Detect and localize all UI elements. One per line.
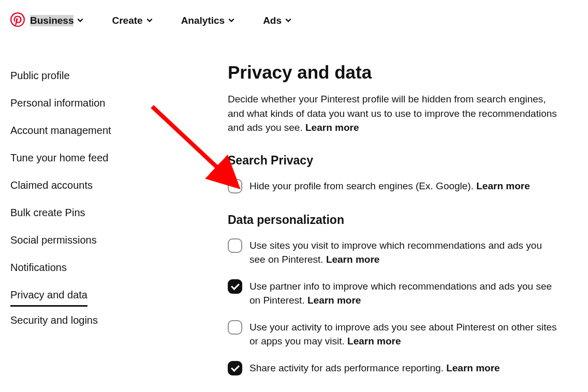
- checkbox-partner-info[interactable]: [228, 279, 242, 294]
- nav-business[interactable]: Business: [30, 15, 84, 26]
- top-nav: Business Create Analytics Ads: [0, 0, 588, 41]
- nav-label: Business: [30, 15, 74, 26]
- option-sites-visited: Use sites you visit to improve which rec…: [228, 238, 559, 267]
- learn-more-link[interactable]: Learn more: [305, 122, 359, 133]
- chevron-down-icon: [146, 15, 153, 26]
- sidebar-item-social-permissions[interactable]: Social permissions: [10, 227, 97, 254]
- option-label: Share activity for ads performance repor…: [249, 363, 446, 373]
- main-area: Public profile Personal information Acco…: [0, 41, 588, 388]
- sidebar-item-privacy-data[interactable]: Privacy and data: [10, 281, 87, 307]
- sidebar-item-public-profile[interactable]: Public profile: [10, 62, 70, 89]
- pinterest-logo-icon[interactable]: [10, 12, 26, 29]
- sidebar-item-notifications[interactable]: Notifications: [10, 254, 67, 281]
- option-hide-profile: Hide your profile from search engines (E…: [228, 179, 559, 193]
- sidebar-item-tune-home-feed[interactable]: Tune your home feed: [10, 144, 108, 172]
- sidebar-item-personal-information[interactable]: Personal information: [10, 89, 105, 117]
- option-share-activity: Share activity for ads performance repor…: [228, 361, 559, 375]
- section-title-search-privacy: Search Privacy: [228, 154, 559, 168]
- chevron-down-icon: [77, 15, 84, 26]
- chevron-down-icon: [228, 15, 235, 26]
- option-text: Use your activity to improve ads you see…: [249, 320, 559, 349]
- option-label: Use partner info to improve which recomm…: [249, 281, 552, 306]
- learn-more-link[interactable]: Learn more: [476, 180, 530, 191]
- nav-analytics[interactable]: Analytics: [181, 15, 235, 26]
- option-text: Use partner info to improve which recomm…: [249, 279, 559, 308]
- nav-label: Create: [112, 15, 142, 26]
- option-text: Use sites you visit to improve which rec…: [249, 238, 559, 267]
- option-partner-info: Use partner info to improve which recomm…: [228, 279, 559, 308]
- learn-more-link[interactable]: Learn more: [307, 295, 361, 306]
- option-text: Share activity for ads performance repor…: [249, 361, 500, 375]
- chevron-down-icon: [285, 15, 292, 26]
- page-description-text: Decide whether your Pinterest profile wi…: [228, 94, 557, 133]
- sidebar-item-bulk-create-pins[interactable]: Bulk create Pins: [10, 199, 85, 227]
- checkbox-hide-profile[interactable]: [228, 179, 242, 193]
- checkbox-sites-visited[interactable]: [228, 238, 242, 253]
- option-label: Use your activity to improve ads you see…: [249, 322, 557, 347]
- page-description: Decide whether your Pinterest profile wi…: [228, 92, 559, 135]
- learn-more-link[interactable]: Learn more: [326, 254, 379, 265]
- option-activity-ads: Use your activity to improve ads you see…: [228, 320, 559, 349]
- nav-label: Ads: [263, 15, 282, 26]
- checkbox-share-activity[interactable]: [228, 361, 242, 375]
- option-label: Hide your profile from search engines (E…: [249, 180, 476, 191]
- learn-more-link[interactable]: Learn more: [446, 363, 499, 373]
- sidebar: Public profile Personal information Acco…: [10, 62, 207, 388]
- sidebar-item-claimed-accounts[interactable]: Claimed accounts: [10, 172, 93, 199]
- content: Privacy and data Decide whether your Pin…: [228, 62, 559, 388]
- option-label: Use sites you visit to improve which rec…: [249, 240, 542, 265]
- nav-create[interactable]: Create: [112, 15, 153, 26]
- section-title-data-personalization: Data personalization: [228, 213, 559, 227]
- nav-label: Analytics: [181, 15, 225, 26]
- page-title: Privacy and data: [228, 62, 559, 83]
- nav-ads[interactable]: Ads: [263, 15, 292, 26]
- sidebar-item-security-logins[interactable]: Security and logins: [10, 307, 98, 334]
- checkbox-activity-ads[interactable]: [228, 320, 242, 335]
- sidebar-item-account-management[interactable]: Account management: [10, 117, 111, 144]
- option-text: Hide your profile from search engines (E…: [249, 179, 530, 193]
- learn-more-link[interactable]: Learn more: [347, 336, 401, 346]
